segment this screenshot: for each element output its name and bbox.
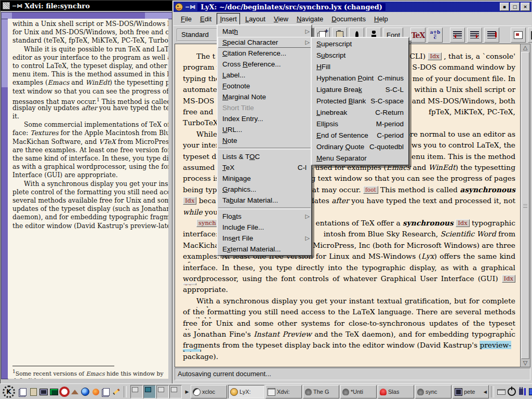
desktop-4[interactable]	[169, 385, 182, 398]
menu-item-hyphenation-point[interactable]: Hyphenation PointC-minus	[312, 73, 408, 84]
menu-documents[interactable]: Documents	[328, 13, 369, 25]
maximize-button[interactable]: □	[510, 3, 520, 11]
menu-item-citation-reference[interactable]: Citation Reference...	[218, 48, 311, 59]
menu-item-external-material[interactable]: External Material...	[218, 244, 311, 255]
desktop-3[interactable]	[156, 385, 169, 398]
menu-item-protected-blank[interactable]: Protected BlankS-C-space	[312, 96, 408, 107]
help-launcher[interactable]	[59, 386, 70, 397]
menu-edit[interactable]: Edit	[197, 13, 215, 25]
scroll-up-icon[interactable]: △	[521, 44, 530, 51]
printer-tray-button[interactable]	[496, 386, 507, 397]
plug-tray-button[interactable]	[517, 386, 527, 397]
shortcut-label: C-minus	[378, 73, 404, 84]
calendar-tray-button[interactable]	[527, 386, 532, 397]
xdvi-vertical-scrollbar[interactable]	[1, 19, 8, 379]
window-pin-icon[interactable]: −⋈	[185, 4, 195, 10]
index-inset[interactable]: Idx	[456, 219, 469, 227]
lyx-app-icon[interactable]	[175, 3, 183, 11]
globe-launcher[interactable]	[80, 386, 90, 397]
scroll-down-icon[interactable]: ▽	[521, 360, 530, 367]
menu-item-menu-separator[interactable]: Menu Separator	[312, 153, 408, 164]
footnote-inset[interactable]: foot	[363, 186, 378, 194]
scrollbar-thumb[interactable]	[521, 52, 529, 359]
menu-item-linebreak[interactable]: LinebreakC-Return	[312, 107, 408, 118]
task-button-lyx[interactable]: LyX:	[228, 385, 264, 398]
menu-item-hfill[interactable]: HFill	[312, 61, 408, 73]
menu-insert[interactable]: Insert	[217, 13, 240, 25]
menu-item-lists-toc[interactable]: Lists & TOC	[218, 151, 311, 162]
window-pin-icon[interactable]: −⋈	[12, 3, 22, 9]
index-inset[interactable]: Idx	[183, 197, 196, 205]
menu-item-footnote[interactable]: Footnote	[218, 81, 311, 91]
taskbar-expand-icon[interactable]: ▶	[184, 389, 190, 394]
menu-item-include-file[interactable]: Include File...	[218, 222, 311, 233]
menu-navigate[interactable]: Navigate	[294, 13, 326, 25]
menu-item-url[interactable]: URL...	[218, 124, 311, 135]
depth-increment-button[interactable]	[467, 28, 482, 43]
insert-table-button[interactable]	[528, 28, 532, 43]
index-inset[interactable]: Idx	[502, 275, 515, 283]
scrollbar-thumb[interactable]	[2, 87, 8, 379]
lyx-titlebar[interactable]: −⋈ LyX: ~/doc/beginlatex/src/synchro.lyx…	[174, 2, 531, 12]
math-mode-button[interactable]: a+bc	[428, 28, 443, 43]
depth-decrement-button[interactable]	[450, 28, 465, 43]
task-button-sync[interactable]: sync	[415, 385, 451, 398]
menu-view[interactable]: View	[271, 13, 291, 25]
task-button-xcloc[interactable]: xcloc	[191, 385, 227, 398]
menu-item-index-entry[interactable]: Index Entry...	[218, 113, 311, 124]
pen-launcher[interactable]	[111, 386, 122, 397]
menu-item-note[interactable]: Note	[218, 135, 311, 146]
menu-item-tex[interactable]: TeXC-l	[218, 162, 311, 173]
menu-item-math[interactable]: Math▷	[218, 26, 311, 37]
menu-item-superscript[interactable]: Superscript	[312, 38, 408, 50]
menu-file[interactable]: File	[178, 13, 195, 25]
menu-item-tabular-material[interactable]: Tabular Material...	[218, 195, 311, 206]
task-button-pete[interactable]: pete◀	[453, 385, 489, 398]
xdvi-titlebar[interactable]: −⋈ Xdvi: file:synchro	[1, 1, 173, 11]
menu-item-marginal-note[interactable]: Marginal Note	[218, 91, 311, 102]
index-inset[interactable]: synch	[196, 219, 218, 227]
menu-item-ordinary-quote[interactable]: Ordinary QuoteC-quotedbl	[312, 141, 408, 153]
desktop-2[interactable]	[143, 385, 156, 398]
menu-item-label[interactable]: Label...	[218, 70, 311, 81]
home-launcher[interactable]	[70, 386, 80, 397]
terminal-launcher[interactable]	[49, 386, 59, 397]
task-button-unti[interactable]: *Unti	[340, 385, 377, 398]
menu-item-ligature-break[interactable]: Ligature BreakS-C-L	[312, 84, 408, 96]
scrollbar-thumb[interactable]	[12, 12, 145, 19]
menu-item-end-of-sentence[interactable]: End of SentenceC-period	[312, 130, 408, 141]
task-button-xdvi[interactable]: Xdvi:	[265, 385, 302, 398]
menu-help[interactable]: Help	[371, 13, 391, 25]
minimize-button[interactable]: ▪	[500, 3, 509, 11]
desktop-1[interactable]	[130, 385, 143, 398]
margin-note-button[interactable]	[484, 28, 499, 43]
index-inset[interactable]: Idx	[428, 52, 441, 60]
desktop-launcher[interactable]	[38, 386, 49, 397]
task-scroll-icon[interactable]: ◀	[484, 390, 487, 394]
menu-item-insert-file[interactable]: Insert File▷	[218, 233, 311, 244]
tex-mode-button[interactable]: TeX	[410, 28, 425, 43]
document-scrollbar[interactable]: △ ▽	[520, 44, 530, 367]
xdvi-window-icon[interactable]	[3, 2, 10, 9]
index-inset[interactable]: Idx	[183, 283, 196, 285]
clipboard-launcher[interactable]	[28, 386, 38, 397]
menu-item-minipage[interactable]: Minipage	[218, 173, 311, 184]
menu-item-graphics[interactable]: Graphics...	[218, 184, 311, 195]
menu-item-floats[interactable]: Floats▷	[218, 211, 311, 222]
task-button-slas[interactable]: Slas	[378, 385, 414, 398]
files-launcher[interactable]	[18, 386, 28, 397]
files2-launcher[interactable]	[101, 386, 111, 397]
k-menu-button[interactable]: K	[1, 385, 17, 398]
menu-item-cross-reference[interactable]: Cross Reference...	[218, 59, 311, 70]
power-tray-button[interactable]	[507, 386, 517, 397]
close-button[interactable]: ×	[521, 3, 530, 11]
menu-item-ellipsis[interactable]: EllipsisM-period	[312, 118, 408, 130]
insert-figure-button[interactable]	[511, 28, 526, 43]
menu-item-special-character[interactable]: Special Character▷	[218, 37, 311, 48]
task-button-the-g[interactable]: The G	[303, 385, 339, 398]
xdvi-window[interactable]: −⋈ Xdvi: file:synchro within a Unix shel…	[0, 0, 174, 385]
kde-launcher[interactable]	[90, 386, 101, 397]
menu-item-subscript[interactable]: Subscript	[312, 50, 408, 61]
menu-layout[interactable]: Layout	[242, 13, 269, 25]
xdvi-horizontal-scrollbar[interactable]	[1, 12, 172, 19]
